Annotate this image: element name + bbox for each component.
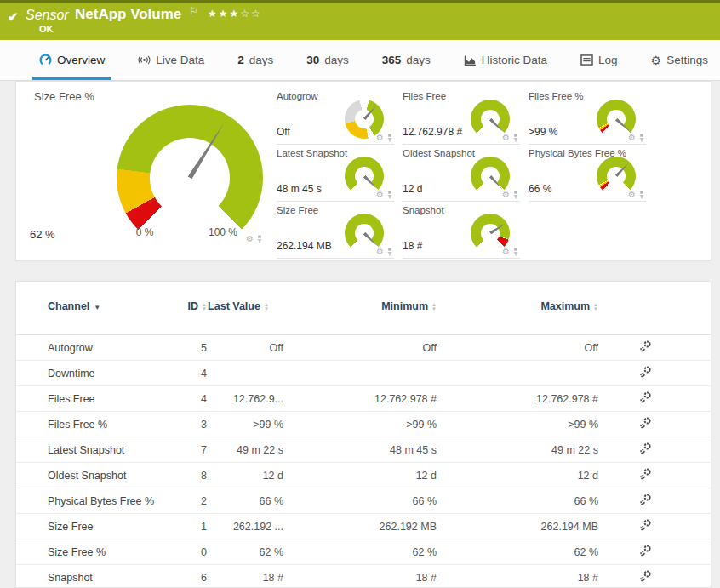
tab-historic-data[interactable]: Historic Data bbox=[464, 40, 547, 80]
gear-icon[interactable]: ⚙ bbox=[628, 134, 636, 142]
sort-desc-icon[interactable]: ▼ bbox=[94, 304, 100, 311]
object-kind-label: Sensor bbox=[26, 8, 69, 23]
gauge-label: Snapshot bbox=[403, 205, 444, 215]
channel-settings-icon[interactable] bbox=[639, 569, 653, 583]
tab-live-data[interactable]: Live Data bbox=[138, 40, 204, 80]
channel-row-autogrow[interactable]: Autogrow 5 Off Off Off bbox=[16, 335, 711, 361]
channel-last-value: >99 % bbox=[207, 419, 283, 431]
channel-settings-icon[interactable] bbox=[639, 365, 653, 379]
pin-icon[interactable] bbox=[512, 134, 519, 142]
gauge-needle bbox=[615, 118, 631, 133]
gauge-value: 48 m 45 s bbox=[277, 183, 322, 195]
gauge-value: 66 % bbox=[529, 183, 551, 195]
channel-row-size-free[interactable]: Size Free 1 262.192 ... 262.192 MB 262.1… bbox=[16, 514, 711, 539]
gauge-tile-oldest-snapshot: Oldest Snapshot 12 d ⚙ bbox=[403, 145, 520, 202]
channel-row-latest-snapshot[interactable]: Latest Snapshot 7 49 m 22 s 48 m 45 s 49… bbox=[16, 437, 711, 463]
gauge-value: 18 # bbox=[403, 240, 422, 252]
channel-name: Latest Snapshot bbox=[48, 444, 161, 456]
pin-icon[interactable] bbox=[386, 248, 393, 256]
channel-maximum: 62 % bbox=[437, 546, 598, 558]
channel-row-snapshot[interactable]: Snapshot 6 18 # 18 # 18 # bbox=[16, 565, 711, 588]
gear-icon[interactable]: ⚙ bbox=[376, 248, 384, 256]
gauge-label: Size Free bbox=[277, 205, 318, 215]
sensor-status-badge: OK bbox=[39, 24, 54, 34]
gauge-tile-autogrow: Autogrow Off ⚙ bbox=[277, 88, 394, 145]
column-header-channel[interactable]: Channel▼ bbox=[48, 294, 161, 314]
pin-icon[interactable] bbox=[512, 248, 519, 256]
channel-row-size-free[interactable]: Size Free % 0 62 % 62 % 62 % bbox=[16, 539, 711, 565]
channel-id: -4 bbox=[161, 368, 207, 380]
channel-minimum: Off bbox=[283, 342, 437, 354]
channel-id: 5 bbox=[161, 342, 207, 354]
channel-row-physical-bytes-free[interactable]: Physical Bytes Free % 2 66 % 66 % 66 % bbox=[16, 488, 711, 514]
sensor-header: ✔ Sensor NetApp Volume ⚐ ★★★☆☆ OK bbox=[0, 0, 720, 40]
main-gauge-min-label: 0 % bbox=[128, 226, 162, 238]
column-header-minimum[interactable]: Minimum▲▼ bbox=[283, 294, 437, 312]
channel-minimum: >99 % bbox=[283, 419, 437, 431]
column-header-maximum[interactable]: Maximum▲▼ bbox=[437, 294, 598, 312]
gear-icon[interactable]: ⚙ bbox=[376, 134, 384, 142]
channel-maximum: 49 m 22 s bbox=[437, 444, 598, 456]
pin-icon[interactable] bbox=[512, 191, 519, 199]
channel-id: 4 bbox=[161, 393, 207, 405]
channel-settings-icon[interactable] bbox=[639, 518, 653, 532]
tab-365-days[interactable]: 365days bbox=[382, 40, 431, 80]
channel-minimum: 18 # bbox=[283, 572, 437, 584]
channel-name: Downtime bbox=[48, 368, 161, 380]
gauge-value: 262.194 MB bbox=[277, 240, 332, 252]
gear-icon[interactable]: ⚙ bbox=[246, 235, 254, 243]
channel-name: Physical Bytes Free % bbox=[48, 495, 161, 507]
tab-30-days[interactable]: 30days bbox=[306, 40, 349, 80]
tab-log[interactable]: Log bbox=[580, 40, 618, 80]
gear-icon[interactable]: ⚙ bbox=[502, 248, 510, 256]
channel-settings-icon[interactable] bbox=[639, 467, 653, 481]
channel-settings-icon[interactable] bbox=[639, 416, 653, 430]
pin-icon[interactable] bbox=[256, 235, 263, 243]
channel-settings-icon[interactable] bbox=[639, 391, 653, 404]
tab-settings[interactable]: ⚙Settings bbox=[651, 40, 708, 80]
pin-icon[interactable] bbox=[386, 191, 393, 199]
channel-name: Files Free % bbox=[48, 419, 161, 431]
channel-row-files-free[interactable]: Files Free 4 12.762.9... 12.762.978 # 12… bbox=[16, 386, 711, 412]
sort-toggle-icon[interactable]: ▲▼ bbox=[593, 303, 598, 311]
gauge-tile-files-free: Files Free 12.762.978 # ⚙ bbox=[403, 88, 520, 145]
gear-icon[interactable]: ⚙ bbox=[502, 191, 510, 199]
sort-toggle-icon[interactable]: ▲▼ bbox=[264, 303, 269, 311]
main-gauge-max-label: 100 % bbox=[202, 226, 244, 238]
pin-icon[interactable] bbox=[386, 134, 393, 142]
gear-icon[interactable]: ⚙ bbox=[628, 191, 636, 199]
channel-name: Oldest Snapshot bbox=[48, 470, 161, 482]
gauge-label: Autogrow bbox=[277, 91, 318, 101]
channel-settings-icon[interactable] bbox=[639, 442, 653, 455]
gauge-needle bbox=[489, 118, 505, 134]
channel-id: 6 bbox=[161, 572, 207, 584]
gauge-needle bbox=[615, 162, 630, 177]
tab-2-days[interactable]: 2days bbox=[237, 40, 273, 80]
pin-icon[interactable] bbox=[638, 191, 645, 199]
channel-minimum: 12.762.978 # bbox=[283, 393, 437, 405]
tab-overview[interactable]: Overview bbox=[39, 40, 105, 80]
flag-icon[interactable]: ⚐ bbox=[189, 5, 198, 17]
channel-settings-icon[interactable] bbox=[639, 544, 653, 557]
channel-last-value: 66 % bbox=[207, 495, 283, 507]
channel-row-oldest-snapshot[interactable]: Oldest Snapshot 8 12 d 12 d 12 d bbox=[16, 463, 711, 488]
channel-maximum: 66 % bbox=[437, 495, 598, 507]
channel-settings-icon[interactable] bbox=[639, 493, 653, 506]
channel-row-downtime[interactable]: Downtime -4 bbox=[16, 361, 711, 386]
gauge-tile-latest-snapshot: Latest Snapshot 48 m 45 s ⚙ bbox=[277, 145, 394, 202]
channel-maximum: 12.762.978 # bbox=[437, 393, 598, 405]
pin-icon[interactable] bbox=[638, 134, 645, 142]
channel-name: Autogrow bbox=[48, 342, 161, 354]
gauge-icon bbox=[39, 54, 52, 66]
priority-stars[interactable]: ★★★☆☆ bbox=[208, 8, 262, 20]
channel-id: 2 bbox=[161, 495, 207, 507]
channel-name: Size Free % bbox=[48, 546, 161, 558]
channel-minimum: 12 d bbox=[283, 470, 437, 482]
column-header-last-value[interactable]: Last Value▲▼ bbox=[207, 294, 270, 312]
gear-icon[interactable]: ⚙ bbox=[376, 191, 384, 199]
column-header-id[interactable]: ID▲▼ bbox=[161, 294, 207, 312]
gauge-panel: Size Free % 62 % 0 % 100 % ⚙ Autogrow Of… bbox=[15, 81, 711, 260]
gear-icon[interactable]: ⚙ bbox=[502, 134, 510, 142]
channel-settings-icon[interactable] bbox=[639, 340, 653, 353]
channel-row-files-free[interactable]: Files Free % 3 >99 % >99 % >99 % bbox=[16, 412, 711, 437]
